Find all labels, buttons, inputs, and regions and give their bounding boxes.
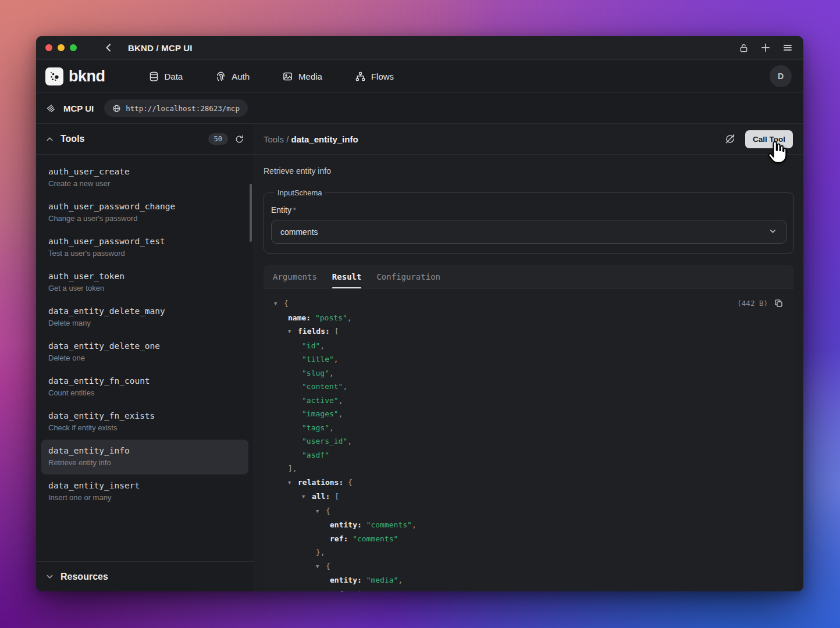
json-token-punct: { (284, 299, 289, 308)
tool-detail-panel: Tools / data_entity_info Call Tool Retri… (254, 124, 803, 591)
mcp-endpoint-url: http://localhost:28623/mcp (126, 104, 240, 113)
breadcrumb-current: data_entity_info (291, 134, 358, 144)
stack-icon (45, 103, 56, 114)
nav-item-media[interactable]: Media (282, 71, 322, 82)
copy-icon[interactable] (774, 298, 784, 308)
tool-item[interactable]: data_entity_fn_countCount entities (41, 370, 248, 405)
call-tool-button[interactable]: Call Tool (745, 130, 793, 148)
new-tab-icon[interactable] (760, 42, 771, 53)
collapse-toggle-icon[interactable]: ▼ (274, 297, 284, 311)
menu-icon[interactable] (782, 42, 793, 53)
json-token-punct: { (348, 478, 353, 487)
nav-label: Data (165, 72, 183, 81)
tool-name: data_entity_delete_one (48, 341, 241, 351)
brand-logo[interactable]: bknd (45, 67, 105, 85)
zoom-window-button[interactable] (70, 44, 77, 51)
tool-item-selected[interactable]: data_entity_infoRetrieve entity info (41, 440, 248, 474)
json-token-key: ref: (330, 534, 348, 543)
required-asterisk: * (293, 206, 296, 215)
workflow-icon (355, 71, 366, 82)
tool-description: Count entities (48, 388, 241, 397)
json-line: "tags", (274, 421, 785, 435)
tab-configuration[interactable]: Configuration (376, 272, 440, 288)
json-result-viewer: (442 B) ▼{name: "posts",▼fields: ["id","… (264, 288, 794, 591)
titlebar: BKND / MCP UI (36, 36, 803, 59)
json-token-key: entity: (330, 520, 362, 529)
chevron-down-icon (768, 227, 777, 237)
input-schema-fieldset: InputSchema Entity* comments (264, 188, 794, 254)
tool-item[interactable]: data_entity_delete_manyDelete many (41, 300, 248, 335)
tool-item[interactable]: auth_user_createCreate a new user (41, 160, 248, 195)
lock-open-icon[interactable] (739, 43, 749, 53)
tool-item[interactable]: data_entity_insertInsert one or many (41, 474, 248, 509)
collapse-toggle-icon[interactable]: ▼ (288, 325, 298, 339)
tool-item[interactable]: auth_user_password_testTest a user's pas… (41, 230, 248, 265)
tool-description: Delete many (48, 319, 241, 327)
tab-arguments[interactable]: Arguments (273, 272, 317, 288)
nav-item-data[interactable]: Data (148, 71, 183, 82)
bknd-logo-icon (45, 67, 63, 85)
input-schema-legend: InputSchema (275, 188, 325, 197)
collapse-toggle-icon[interactable]: ▼ (316, 505, 326, 519)
database-icon (148, 71, 159, 82)
tool-name: auth_user_password_change (48, 202, 241, 211)
window-title: BKND / MCP UI (128, 43, 193, 53)
refresh-tools-icon[interactable] (234, 134, 244, 144)
tool-description: Insert one or many (48, 493, 241, 502)
resources-section-header[interactable]: Resources (36, 561, 254, 591)
entity-select[interactable]: comments (271, 220, 786, 244)
result-size-label: (442 B) (737, 299, 768, 308)
tab-result[interactable]: Result (332, 272, 362, 288)
collapse-toggle-icon[interactable]: ▼ (316, 560, 326, 574)
back-button[interactable] (104, 42, 114, 53)
minimize-window-button[interactable] (58, 44, 65, 51)
image-icon (282, 71, 293, 82)
collapse-toggle-icon[interactable]: ▼ (302, 490, 312, 504)
tool-item[interactable]: data_entity_fn_existsCheck if entity exi… (41, 405, 248, 440)
json-line: ], (274, 462, 785, 476)
mcp-ui-bar: MCP UI http://localhost:28623/mcp (36, 92, 803, 123)
json-token-punct: , (347, 313, 352, 322)
app-window: BKND / MCP UI bknd Data Auth (36, 36, 803, 591)
json-line: "title", (274, 352, 785, 366)
tool-description: Create a new user (48, 179, 241, 188)
json-token-key: name: (288, 313, 311, 322)
tool-name: auth_user_password_test (48, 237, 241, 246)
json-lines: ▼{name: "posts",▼fields: ["id","title","… (274, 297, 785, 591)
auto-refresh-off-icon[interactable] (724, 133, 736, 145)
tool-name: data_entity_fn_exists (48, 411, 241, 420)
nav-item-auth[interactable]: Auth (215, 71, 250, 82)
tool-item[interactable]: auth_user_tokenGet a user token (41, 265, 248, 300)
json-token-str: "users_id" (302, 437, 347, 445)
nav-item-flows[interactable]: Flows (355, 71, 394, 82)
close-window-button[interactable] (45, 44, 52, 51)
json-line: ref: "images" (274, 587, 785, 592)
tools-section-header[interactable]: Tools 50 (36, 124, 254, 155)
chevron-down-icon (45, 572, 54, 581)
json-line: "asdf" (274, 448, 785, 462)
tool-description: Test a user's password (48, 249, 241, 258)
nav-label: Auth (232, 72, 250, 81)
result-tabs: Arguments Result Configuration (264, 265, 794, 288)
tools-header-label: Tools (60, 134, 84, 144)
json-token-str: "content" (302, 382, 343, 391)
breadcrumb-section[interactable]: Tools (264, 134, 284, 144)
json-token-str: "images" (353, 590, 389, 592)
tool-item[interactable]: data_entity_delete_oneDelete one (41, 335, 248, 370)
json-token-punct: , (343, 382, 347, 391)
tool-item[interactable]: auth_user_password_changeChange a user's… (41, 195, 248, 230)
json-token-punct: , (339, 396, 343, 405)
tool-description: Delete one (48, 354, 241, 362)
mcp-endpoint-pill[interactable]: http://localhost:28623/mcp (104, 99, 248, 117)
sidebar-scrollbar[interactable] (250, 184, 252, 242)
json-token-punct: { (326, 506, 330, 515)
json-token-punct: , (412, 520, 417, 529)
json-line: "active", (274, 394, 785, 408)
json-token-punct: ], (288, 464, 297, 473)
json-line: "users_id", (274, 434, 785, 448)
collapse-toggle-icon[interactable]: ▼ (288, 476, 298, 490)
mcp-ui-title: MCP UI (63, 104, 94, 113)
user-avatar[interactable]: D (770, 65, 792, 87)
globe-icon (112, 104, 121, 113)
json-line: ▼fields: [ (274, 324, 785, 339)
